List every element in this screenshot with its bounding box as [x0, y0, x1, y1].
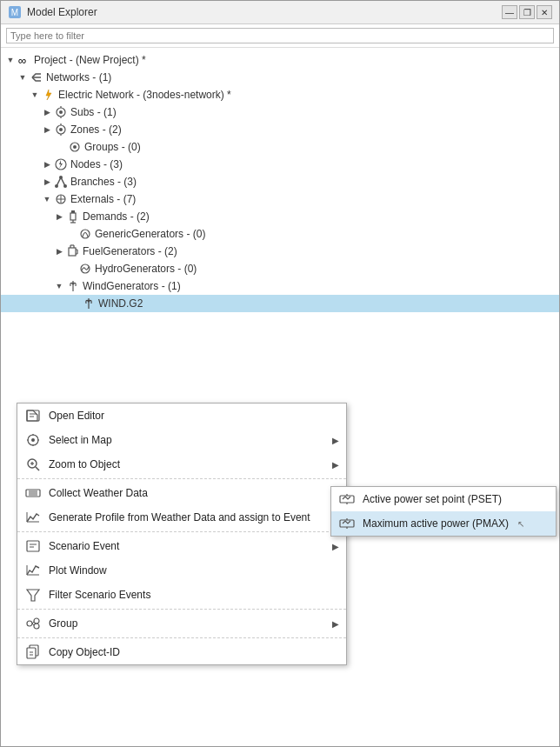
svg-point-51 — [31, 438, 35, 442]
close-button[interactable]: ✕ — [537, 5, 552, 19]
externals-label: Externals - (7) — [70, 191, 136, 207]
ctx-filter-label: Filter Scenario Events — [49, 589, 339, 601]
tree-row-hydro-gen[interactable]: HydroGenerators - (0) — [1, 260, 559, 277]
tree-row-zones[interactable]: ▶ Zones - (2) — [1, 121, 559, 138]
ctx-copy-id[interactable]: Copy Object-ID — [17, 640, 346, 664]
ctx-generate-profile[interactable]: Generate Profile from Weather Data and a… — [17, 505, 346, 530]
svg-text:M: M — [11, 8, 18, 17]
networks-icon — [29, 70, 44, 85]
minimize-button[interactable]: — — [502, 5, 517, 19]
hydro-gen-icon — [77, 261, 93, 277]
ctx-group[interactable]: Group ▶ — [17, 611, 346, 636]
svg-point-41 — [88, 300, 90, 303]
expand-zones[interactable]: ▶ — [41, 123, 53, 136]
svg-marker-45 — [27, 410, 37, 421]
tree-row-wind-gen[interactable]: ▼ WindGenerators - (1) — [1, 277, 559, 295]
expand-externals[interactable]: ▼ — [41, 193, 53, 205]
ctx-profile-label: Generate Profile from Weather Data and a… — [49, 511, 325, 524]
tree-row-generic-gen[interactable]: GenericGenerators - (0) — [1, 225, 559, 243]
tree-row-groups[interactable]: Groups - (0) — [1, 138, 559, 156]
ctx-group-label: Group — [49, 617, 325, 630]
title-bar: M Model Explorer — ❐ ✕ — [1, 1, 559, 24]
ctx-sep-4 — [17, 637, 346, 638]
ctx-filter-events[interactable]: Filter Scenario Events — [17, 583, 346, 607]
expand-electric[interactable]: ▼ — [29, 89, 41, 101]
ctx-weather-label: Collect Weather Data — [49, 487, 325, 499]
generic-gen-label: GenericGenerators - (0) — [95, 226, 205, 242]
svg-line-53 — [36, 467, 39, 470]
sub-pset[interactable]: Active power set point (PSET) — [331, 487, 556, 511]
networks-label: Networks - (1) — [46, 70, 111, 85]
expand-project[interactable]: ▼ — [4, 54, 17, 66]
open-editor-icon — [24, 407, 42, 424]
ctx-collect-weather[interactable]: Collect Weather Data ▶ — [17, 481, 346, 505]
ctx-open-editor-label: Open Editor — [49, 410, 339, 422]
branches-icon — [53, 174, 69, 190]
expand-networks[interactable]: ▼ — [17, 71, 29, 83]
svg-rect-30 — [69, 248, 76, 256]
ctx-scenario-arrow: ▶ — [332, 542, 339, 551]
ctx-sep-3 — [17, 609, 346, 610]
ctx-plot-label: Plot Window — [49, 564, 339, 577]
ctx-scenario-event[interactable]: Scenario Event ▶ — [17, 534, 346, 558]
profile-icon — [24, 509, 42, 526]
svg-marker-4 — [46, 90, 51, 100]
zones-icon — [53, 122, 69, 137]
tree-row-externals[interactable]: ▼ Externals - (7) — [1, 190, 559, 208]
svg-rect-62 — [27, 541, 39, 551]
expand-fuel-gen[interactable]: ▶ — [53, 245, 65, 257]
externals-icon — [53, 191, 69, 207]
select-map-icon — [24, 431, 42, 449]
plot-icon — [24, 562, 42, 579]
generic-gen-icon — [77, 226, 93, 242]
electric-label: Electric Network - (3nodes-network) * — [58, 87, 231, 103]
tree-row-fuel-gen[interactable]: ▶ FuelGenerators - (2) — [1, 243, 559, 260]
expand-demands[interactable]: ▶ — [53, 210, 65, 223]
restore-button[interactable]: ❐ — [519, 5, 535, 19]
ctx-zoom-object[interactable]: Zoom to Object ▶ — [17, 452, 346, 477]
svg-point-19 — [55, 184, 58, 188]
svg-marker-67 — [27, 590, 39, 601]
ctx-select-map-label: Select in Map — [49, 434, 325, 446]
project-icon: ∞ — [17, 52, 32, 68]
tree-row-branches[interactable]: ▶ Branches - (3) — [1, 173, 559, 190]
tree-row-demands[interactable]: ▶ Demands - (2) — [1, 208, 559, 225]
svg-text:∞: ∞ — [18, 54, 26, 67]
tree-row-wind-g2[interactable]: WIND.G2 — [1, 295, 559, 312]
expand-subs[interactable]: ▶ — [41, 106, 53, 118]
project-label: Project - (New Project) * — [34, 52, 146, 68]
svg-point-21 — [59, 176, 63, 179]
svg-point-68 — [27, 621, 32, 626]
groups-label: Groups - (0) — [84, 139, 141, 155]
groups-icon — [67, 139, 83, 155]
filter-input[interactable] — [6, 28, 554, 43]
tree-row-networks[interactable]: ▼ Networks - (1) — [1, 69, 559, 86]
ctx-scenario-label: Scenario Event — [49, 540, 325, 552]
model-explorer-window: M Model Explorer — ❐ ✕ ▼ ∞ Project - (Ne… — [0, 0, 560, 747]
ctx-plot-window[interactable]: Plot Window — [17, 558, 346, 583]
copy-icon — [24, 644, 42, 661]
expand-nodes[interactable]: ▶ — [41, 158, 53, 170]
group-icon — [24, 615, 42, 632]
tree-row-nodes[interactable]: ▶ Nodes - (3) — [1, 156, 559, 173]
tree-row-project[interactable]: ▼ ∞ Project - (New Project) * — [1, 51, 559, 69]
ctx-zoom-arrow: ▶ — [332, 460, 339, 470]
ctx-select-in-map[interactable]: Select in Map ▶ — [17, 428, 346, 452]
svg-point-70 — [34, 624, 39, 629]
branches-label: Branches - (3) — [70, 174, 137, 190]
cursor-indicator: ↖ — [517, 519, 524, 529]
wind-gen-icon — [65, 278, 81, 294]
wind-g2-icon — [81, 296, 97, 311]
expand-branches[interactable]: ▶ — [41, 176, 53, 188]
ctx-open-editor[interactable]: Open Editor — [17, 404, 346, 428]
title-bar-left: M Model Explorer — [8, 5, 97, 19]
tree-row-electric[interactable]: ▼ Electric Network - (3nodes-network) * — [1, 86, 559, 103]
svg-rect-77 — [340, 496, 354, 503]
sub-pmax[interactable]: Maximum active power (PMAX) ↖ — [331, 511, 556, 536]
ctx-select-map-arrow: ▶ — [332, 436, 339, 445]
submenu-generate-profile: Active power set point (PSET) Maximum ac… — [330, 486, 557, 537]
scenario-icon — [24, 537, 42, 555]
expand-wind-gen[interactable]: ▼ — [53, 280, 65, 292]
tree-row-subs[interactable]: ▶ Subs - (1) — [1, 103, 559, 121]
svg-point-20 — [63, 184, 67, 188]
